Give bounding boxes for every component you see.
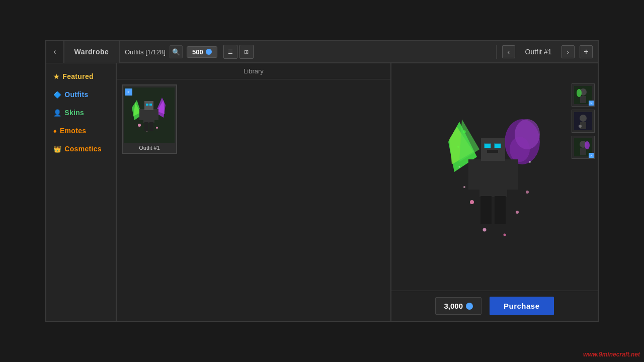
svg-point-40 [483,228,487,232]
sidebar-item-skins-label: Skins [64,109,84,117]
purchase-bar: 3,000 Purchase [391,291,598,321]
sidebar: ★ Featured 🔷 Outfits 👤 Skins ♦ Emotes 👑 [46,63,117,321]
character-large-svg [444,102,545,252]
view-buttons: ☰ ⊞ [223,45,254,59]
svg-marker-20 [459,119,479,162]
svg-text:P: P [590,154,592,157]
svg-text:P: P [128,90,130,94]
thumb-badge-3: P [589,153,594,158]
sidebar-item-outfits[interactable]: 🔷 Outfits [46,86,116,103]
outfit-card-image: P [124,87,175,143]
sidebar-item-featured[interactable]: ★ Featured [46,68,116,84]
svg-rect-6 [144,101,153,110]
svg-rect-28 [481,138,505,161]
svg-point-49 [577,89,582,97]
outfit-prev-button[interactable]: ‹ [502,45,515,58]
sidebar-item-outfits-label: Outfits [64,90,88,99]
purchase-button[interactable]: Purchase [490,297,554,315]
svg-point-45 [459,166,460,168]
outfit-thumbnail-svg [129,90,170,140]
svg-rect-48 [580,96,586,103]
thumb-card-1[interactable]: P [572,83,595,107]
library-grid: P [117,79,390,159]
svg-point-9 [138,124,141,127]
search-button[interactable]: 🔍 [170,45,183,58]
content-area: ★ Featured 🔷 Outfits 👤 Skins ♦ Emotes 👑 [46,63,598,321]
add-outfit-button[interactable]: + [580,45,593,58]
svg-point-42 [526,191,529,194]
svg-rect-34 [468,159,479,190]
sidebar-item-skins[interactable]: 👤 Skins [46,105,116,121]
price-gem-icon [466,303,473,310]
list-view-button[interactable]: ☰ [223,45,237,59]
outfit-name-label: Outfit #1 [518,48,558,56]
outfits-section: Outfits [1/128] 🔍 500 ☰ ⊞ [120,45,497,59]
outfit-icon: 🔷 [53,91,61,99]
wardrobe-window: ‹ Wardrobe Outfits [1/128] 🔍 500 ☰ ⊞ ‹ O… [45,40,599,322]
svg-point-55 [579,125,582,128]
wardrobe-title: Wardrobe [64,41,120,63]
svg-text:P: P [590,102,592,105]
outfit-card-label: Outfit #1 [139,145,160,151]
watermark: www.9minecraft.net [583,351,640,358]
svg-point-25 [457,146,459,148]
character-preview: P [391,63,598,291]
svg-rect-7 [146,104,148,106]
svg-point-23 [510,137,530,162]
svg-point-24 [463,130,466,133]
svg-rect-33 [487,150,498,153]
price-display: 3,000 [435,297,481,315]
outfit-card[interactable]: P [122,84,177,154]
svg-point-41 [504,234,506,236]
svg-rect-12 [144,122,148,131]
svg-point-39 [516,211,519,214]
svg-point-44 [529,161,531,163]
emote-icon: ♦ [53,127,57,135]
preview-area: P [391,63,598,321]
top-bar: ‹ Wardrobe Outfits [1/128] 🔍 500 ☰ ⊞ ‹ O… [46,41,598,63]
skin-icon: 👤 [53,109,61,117]
coin-value: 500 [192,48,203,56]
thumb-badge-1: P [589,101,594,106]
svg-rect-17 [154,109,158,120]
thumb-card-3[interactable]: P [572,136,595,159]
cosmetics-icon: 👑 [53,145,61,153]
sidebar-item-cosmetics-label: Cosmetics [64,145,102,153]
svg-rect-35 [507,159,518,190]
svg-rect-32 [494,143,501,148]
svg-point-59 [585,141,590,149]
sidebar-item-emotes[interactable]: ♦ Emotes [46,123,116,139]
svg-rect-26 [479,159,507,197]
svg-rect-5 [143,109,154,123]
svg-rect-58 [580,148,586,155]
coin-gem-icon [206,49,212,55]
svg-rect-13 [149,122,153,131]
library-header: Library [117,63,390,79]
svg-rect-8 [149,104,152,106]
library-area: Library P [117,63,391,321]
outfits-label: Outfits [1/128] [125,48,166,56]
sidebar-item-cosmetics[interactable]: 👑 Cosmetics [46,141,116,157]
back-button[interactable]: ‹ [46,41,64,63]
svg-point-10 [156,127,158,129]
svg-rect-31 [484,143,491,148]
svg-point-43 [463,186,465,188]
grid-view-button[interactable]: ⊞ [239,45,254,59]
price-value: 3,000 [444,302,463,310]
svg-rect-36 [480,196,492,224]
star-icon: ★ [53,73,59,80]
outfit-next-button[interactable]: › [561,45,575,58]
side-thumbnails: P [572,83,595,159]
sidebar-item-emotes-label: Emotes [60,127,86,135]
main-container: ‹ Wardrobe Outfits [1/128] 🔍 500 ☰ ⊞ ‹ O… [0,0,644,362]
coins-display[interactable]: 500 [187,46,217,58]
svg-point-38 [470,200,474,204]
svg-point-53 [580,115,587,122]
thumb-card-2[interactable] [572,110,595,133]
card-badge: P [125,88,132,96]
svg-rect-37 [495,196,506,224]
sidebar-item-featured-label: Featured [62,72,94,80]
svg-rect-16 [139,109,143,120]
outfit-nav: ‹ Outfit #1 › + [497,45,598,58]
